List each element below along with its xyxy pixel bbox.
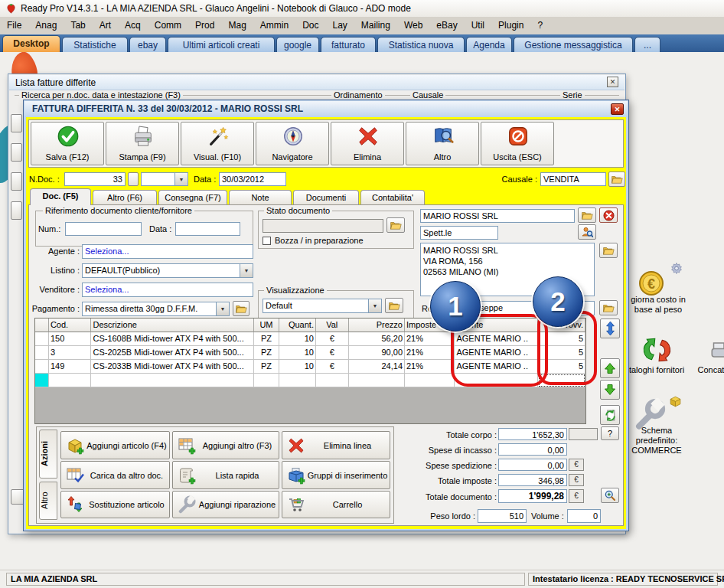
lista-side-button[interactable] — [11, 172, 22, 191]
header-prezzo[interactable]: Prezzo — [349, 318, 405, 332]
cell-imposte[interactable] — [405, 374, 455, 387]
header-quant[interactable]: Quant. — [279, 318, 316, 332]
peso-lordo-field[interactable]: 510 — [478, 509, 527, 523]
menu-lay[interactable]: Lay — [326, 17, 354, 34]
elimina-button[interactable]: Elimina — [331, 122, 404, 165]
cell-cod[interactable]: 3 — [49, 346, 92, 360]
sostituzione-articolo-button[interactable]: Sostituzione articolo — [60, 491, 170, 518]
cell-descrizione[interactable] — [91, 374, 253, 387]
menu-tab[interactable]: Tab — [64, 17, 92, 34]
cell-selector[interactable] — [35, 360, 49, 374]
fattura-close-button[interactable] — [611, 103, 624, 115]
cataloghi-fornitori-icon[interactable] — [640, 335, 677, 364]
cell-quant[interactable] — [279, 374, 316, 387]
altro-button[interactable]: Altro — [406, 122, 479, 165]
cell-val[interactable]: € — [316, 332, 349, 346]
data-input[interactable]: 30/03/2012 — [219, 172, 286, 186]
menu-anag[interactable]: Anag — [28, 17, 64, 34]
aggiungi-articolo-button[interactable]: Aggiungi articolo (F4) — [60, 431, 170, 459]
cell-prezzo[interactable] — [349, 374, 405, 387]
menu-prod[interactable]: Prod — [188, 17, 221, 34]
volume-field[interactable]: 0 — [567, 509, 601, 523]
cell-imposte[interactable]: 21% — [405, 346, 455, 360]
tab-contabilita[interactable]: Contabilita' — [360, 190, 425, 204]
menu-ammin[interactable]: Ammin — [253, 17, 295, 34]
menu-ebay[interactable]: eBay — [429, 17, 464, 34]
serie-select[interactable] — [141, 172, 188, 186]
move-row-button[interactable] — [600, 318, 620, 338]
tab-gestione-messaggistica[interactable]: Gestione messaggistica — [514, 37, 633, 52]
lista-close-button[interactable] — [607, 77, 618, 87]
tab-fatturato[interactable]: fatturato — [321, 37, 376, 52]
cell-prezzo[interactable]: 56,20 — [349, 332, 405, 346]
cell-selector[interactable] — [35, 332, 49, 346]
cliente-delete-button[interactable] — [599, 207, 618, 223]
tab-doc-f5[interactable]: Doc. (F5) — [30, 188, 91, 205]
cell-prezzo[interactable]: 90,00 — [349, 346, 405, 360]
causale-folder-button[interactable] — [608, 172, 625, 187]
cell-descrizione[interactable]: CS-2033B Midi-tower ATX P4 with 500... — [91, 360, 253, 374]
cell-val[interactable] — [316, 374, 349, 387]
help-question-button[interactable]: ? — [601, 426, 619, 440]
listino-select[interactable]: DEFAULT(Pubblico) — [82, 263, 253, 278]
row-down-button[interactable] — [600, 380, 620, 400]
indirizzo-folder-button[interactable] — [599, 243, 618, 258]
cell-um[interactable] — [254, 374, 280, 387]
menu-mag[interactable]: Mag — [221, 17, 253, 34]
pagamento-folder-button[interactable] — [233, 301, 249, 316]
desktop-icon-cataloghi-label[interactable]: taloghi fornitori — [625, 365, 689, 375]
tab-statistiche[interactable]: Statistiche — [62, 37, 128, 52]
zoom-totals-button[interactable] — [601, 488, 619, 503]
tab-note[interactable]: Note — [229, 190, 292, 204]
menu-art[interactable]: Art — [93, 17, 118, 34]
lista-side-button[interactable] — [11, 143, 22, 162]
menu-web[interactable]: Web — [397, 17, 429, 34]
ndoc-input[interactable]: 33 — [64, 172, 126, 186]
cell-cod[interactable]: 149 — [49, 360, 92, 374]
cell-descrizione[interactable]: CS-2025B Midi-tower ATX P4 with 500... — [91, 346, 253, 360]
menu-acq[interactable]: Acq — [118, 17, 148, 34]
tab-google[interactable]: google — [276, 37, 319, 52]
spese-spedizione-field[interactable]: 0,00 — [498, 459, 567, 471]
desktop-icon-schema-label[interactable]: Schema predefinito: COMMERCE — [624, 426, 690, 456]
cell-quant[interactable]: 10 — [279, 360, 316, 374]
uscita-button[interactable]: Uscita (ESC) — [481, 122, 554, 165]
agente-field[interactable]: Seleziona... — [82, 244, 253, 259]
tab-desktop[interactable]: Desktop — [2, 35, 60, 52]
visualizzazione-folder-button[interactable] — [385, 298, 403, 313]
pagamento-select[interactable]: Rimessa diretta 30gg D.F.F.M. — [82, 302, 230, 316]
tab-altro-f6[interactable]: Altro (F6) — [93, 190, 157, 204]
cell-imposte[interactable]: 21% — [405, 332, 455, 346]
gruppi-inserimento-button[interactable]: Gruppi di inserimento — [282, 461, 390, 489]
euro-coin-icon[interactable]: € — [638, 270, 665, 297]
cell-val[interactable]: € — [316, 346, 349, 360]
cell-imposte[interactable]: 21% — [405, 360, 455, 374]
cell-cod[interactable]: 150 — [49, 332, 92, 346]
tab-statistica-nuova[interactable]: Statistica nuova — [377, 37, 465, 52]
lista-side-button[interactable] — [11, 201, 22, 220]
desktop-icon-aggiorna-costo-label[interactable]: giorna costo in base al peso — [626, 295, 690, 315]
actions-tab-altro[interactable]: Altro — [39, 482, 57, 520]
cell-prezzo[interactable]: 24,14 — [349, 360, 405, 374]
refresh-button[interactable] — [600, 405, 620, 425]
navigatore-button[interactable]: Navigatore — [256, 122, 329, 165]
referente-folder-button[interactable] — [599, 300, 618, 315]
stampa-button[interactable]: Stampa (F9) — [106, 122, 179, 165]
aggiungi-altro-button[interactable]: Aggiungi altro (F3) — [172, 431, 279, 459]
cell-quant[interactable]: 10 — [279, 332, 316, 346]
rif-data-input[interactable] — [175, 222, 240, 236]
row-up-button[interactable] — [600, 358, 620, 378]
bozza-checkbox[interactable] — [263, 237, 271, 245]
tab-documenti[interactable]: Documenti — [293, 190, 359, 204]
menu-help[interactable]: ? — [530, 17, 550, 34]
tab-ebay[interactable]: ebay — [129, 37, 166, 52]
salva-button[interactable]: Salva (F12) — [31, 122, 104, 165]
menu-comm[interactable]: Comm — [148, 17, 188, 34]
tab-more[interactable]: ... — [634, 37, 660, 52]
desktop-icon-concat-label[interactable]: Concat — [693, 365, 724, 375]
tab-ultimi-articoli[interactable]: Ultimi articoli creati — [168, 37, 275, 52]
menu-file[interactable]: File — [0, 17, 28, 34]
header-um[interactable]: UM — [254, 318, 280, 332]
menu-plugin[interactable]: Plugin — [491, 17, 530, 34]
cell-val[interactable]: € — [316, 360, 349, 374]
